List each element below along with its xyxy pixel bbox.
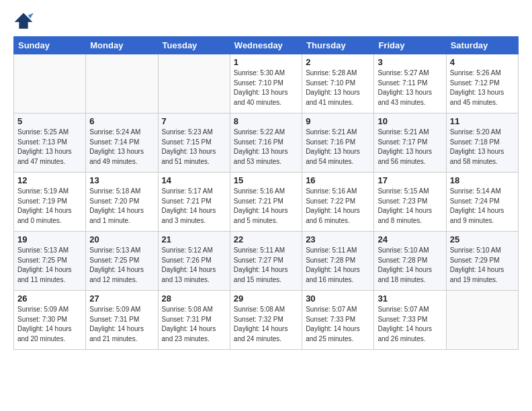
day-info: Sunrise: 5:24 AM Sunset: 7:14 PM Dayligh…	[89, 128, 154, 167]
calendar-cell: 10Sunrise: 5:21 AM Sunset: 7:17 PM Dayli…	[374, 113, 446, 173]
weekday-header-friday: Friday	[374, 37, 446, 54]
day-number: 4	[450, 57, 515, 67]
svg-marker-1	[28, 13, 34, 18]
calendar-cell: 20Sunrise: 5:13 AM Sunset: 7:25 PM Dayli…	[86, 232, 158, 291]
day-number: 30	[306, 293, 370, 304]
calendar-cell: 8Sunrise: 5:22 AM Sunset: 7:16 PM Daylig…	[230, 113, 302, 173]
day-number: 5	[17, 116, 82, 126]
day-info: Sunrise: 5:18 AM Sunset: 7:20 PM Dayligh…	[89, 187, 154, 226]
calendar-cell	[158, 54, 230, 113]
calendar-cell: 12Sunrise: 5:19 AM Sunset: 7:19 PM Dayli…	[14, 173, 86, 232]
day-info: Sunrise: 5:08 AM Sunset: 7:31 PM Dayligh…	[162, 305, 226, 344]
weekday-header-wednesday: Wednesday	[230, 37, 302, 54]
page: SundayMondayTuesdayWednesdayThursdayFrid…	[0, 0, 532, 361]
day-info: Sunrise: 5:09 AM Sunset: 7:31 PM Dayligh…	[89, 305, 154, 344]
day-number: 18	[450, 175, 515, 185]
calendar-cell: 21Sunrise: 5:12 AM Sunset: 7:26 PM Dayli…	[158, 232, 230, 291]
day-number: 16	[306, 175, 370, 185]
day-info: Sunrise: 5:20 AM Sunset: 7:18 PM Dayligh…	[450, 128, 515, 167]
calendar-cell: 31Sunrise: 5:07 AM Sunset: 7:33 PM Dayli…	[374, 291, 446, 350]
day-number: 2	[306, 57, 370, 67]
day-number: 1	[234, 57, 298, 67]
day-info: Sunrise: 5:10 AM Sunset: 7:29 PM Dayligh…	[450, 246, 515, 285]
day-info: Sunrise: 5:11 AM Sunset: 7:27 PM Dayligh…	[234, 246, 298, 285]
day-number: 3	[378, 57, 442, 67]
day-number: 31	[378, 293, 442, 304]
calendar-cell: 18Sunrise: 5:14 AM Sunset: 7:24 PM Dayli…	[446, 173, 518, 232]
day-info: Sunrise: 5:08 AM Sunset: 7:32 PM Dayligh…	[234, 305, 298, 344]
calendar-cell: 14Sunrise: 5:17 AM Sunset: 7:21 PM Dayli…	[158, 173, 230, 232]
weekday-header-row: SundayMondayTuesdayWednesdayThursdayFrid…	[14, 37, 519, 54]
weekday-header-tuesday: Tuesday	[158, 37, 230, 54]
calendar-cell: 6Sunrise: 5:24 AM Sunset: 7:14 PM Daylig…	[86, 113, 158, 173]
day-number: 28	[162, 293, 226, 304]
day-info: Sunrise: 5:26 AM Sunset: 7:12 PM Dayligh…	[450, 68, 515, 107]
logo	[13, 11, 36, 31]
day-info: Sunrise: 5:28 AM Sunset: 7:10 PM Dayligh…	[306, 68, 370, 107]
day-number: 21	[162, 234, 226, 244]
calendar-cell: 1Sunrise: 5:30 AM Sunset: 7:10 PM Daylig…	[230, 54, 302, 113]
day-number: 25	[450, 234, 515, 244]
calendar-cell: 30Sunrise: 5:07 AM Sunset: 7:33 PM Dayli…	[302, 291, 374, 350]
calendar-cell: 23Sunrise: 5:11 AM Sunset: 7:28 PM Dayli…	[302, 232, 374, 291]
day-number: 6	[89, 116, 154, 126]
day-info: Sunrise: 5:16 AM Sunset: 7:21 PM Dayligh…	[234, 187, 298, 226]
day-info: Sunrise: 5:15 AM Sunset: 7:23 PM Dayligh…	[378, 187, 442, 226]
day-info: Sunrise: 5:09 AM Sunset: 7:30 PM Dayligh…	[17, 305, 82, 344]
day-number: 26	[17, 293, 82, 304]
day-number: 12	[17, 175, 82, 185]
header	[13, 11, 519, 31]
calendar-cell: 22Sunrise: 5:11 AM Sunset: 7:27 PM Dayli…	[230, 232, 302, 291]
day-number: 8	[234, 116, 298, 126]
calendar-cell	[86, 54, 158, 113]
day-info: Sunrise: 5:12 AM Sunset: 7:26 PM Dayligh…	[162, 246, 226, 285]
calendar-cell: 5Sunrise: 5:25 AM Sunset: 7:13 PM Daylig…	[14, 113, 86, 173]
day-number: 27	[89, 293, 154, 304]
day-number: 19	[17, 234, 82, 244]
week-row-2: 5Sunrise: 5:25 AM Sunset: 7:13 PM Daylig…	[14, 113, 519, 173]
logo-icon	[13, 11, 34, 31]
day-info: Sunrise: 5:22 AM Sunset: 7:16 PM Dayligh…	[234, 128, 298, 167]
day-info: Sunrise: 5:16 AM Sunset: 7:22 PM Dayligh…	[306, 187, 370, 226]
calendar-cell: 13Sunrise: 5:18 AM Sunset: 7:20 PM Dayli…	[86, 173, 158, 232]
day-info: Sunrise: 5:07 AM Sunset: 7:33 PM Dayligh…	[378, 305, 442, 344]
day-info: Sunrise: 5:19 AM Sunset: 7:19 PM Dayligh…	[17, 187, 82, 226]
calendar-cell: 4Sunrise: 5:26 AM Sunset: 7:12 PM Daylig…	[446, 54, 518, 113]
day-info: Sunrise: 5:13 AM Sunset: 7:25 PM Dayligh…	[89, 246, 154, 285]
day-number: 17	[378, 175, 442, 185]
calendar-cell: 29Sunrise: 5:08 AM Sunset: 7:32 PM Dayli…	[230, 291, 302, 350]
day-info: Sunrise: 5:14 AM Sunset: 7:24 PM Dayligh…	[450, 187, 515, 226]
weekday-header-thursday: Thursday	[302, 37, 374, 54]
week-row-4: 19Sunrise: 5:13 AM Sunset: 7:25 PM Dayli…	[14, 232, 519, 291]
day-info: Sunrise: 5:13 AM Sunset: 7:25 PM Dayligh…	[17, 246, 82, 285]
calendar-cell: 11Sunrise: 5:20 AM Sunset: 7:18 PM Dayli…	[446, 113, 518, 173]
day-number: 9	[306, 116, 370, 126]
weekday-header-monday: Monday	[86, 37, 158, 54]
day-info: Sunrise: 5:27 AM Sunset: 7:11 PM Dayligh…	[378, 68, 442, 107]
day-number: 14	[162, 175, 226, 185]
day-info: Sunrise: 5:17 AM Sunset: 7:21 PM Dayligh…	[162, 187, 226, 226]
day-number: 15	[234, 175, 298, 185]
calendar-cell: 16Sunrise: 5:16 AM Sunset: 7:22 PM Dayli…	[302, 173, 374, 232]
week-row-3: 12Sunrise: 5:19 AM Sunset: 7:19 PM Dayli…	[14, 173, 519, 232]
day-info: Sunrise: 5:07 AM Sunset: 7:33 PM Dayligh…	[306, 305, 370, 344]
calendar-cell	[14, 54, 86, 113]
calendar: SundayMondayTuesdayWednesdayThursdayFrid…	[13, 36, 519, 350]
week-row-5: 26Sunrise: 5:09 AM Sunset: 7:30 PM Dayli…	[14, 291, 519, 350]
day-info: Sunrise: 5:25 AM Sunset: 7:13 PM Dayligh…	[17, 128, 82, 167]
weekday-header-sunday: Sunday	[14, 37, 86, 54]
calendar-cell: 9Sunrise: 5:21 AM Sunset: 7:16 PM Daylig…	[302, 113, 374, 173]
day-number: 20	[89, 234, 154, 244]
calendar-cell: 15Sunrise: 5:16 AM Sunset: 7:21 PM Dayli…	[230, 173, 302, 232]
day-info: Sunrise: 5:21 AM Sunset: 7:17 PM Dayligh…	[378, 128, 442, 167]
calendar-cell: 25Sunrise: 5:10 AM Sunset: 7:29 PM Dayli…	[446, 232, 518, 291]
calendar-cell: 28Sunrise: 5:08 AM Sunset: 7:31 PM Dayli…	[158, 291, 230, 350]
calendar-cell	[446, 291, 518, 350]
day-info: Sunrise: 5:10 AM Sunset: 7:28 PM Dayligh…	[378, 246, 442, 285]
weekday-header-saturday: Saturday	[446, 37, 518, 54]
calendar-cell: 24Sunrise: 5:10 AM Sunset: 7:28 PM Dayli…	[374, 232, 446, 291]
calendar-cell: 26Sunrise: 5:09 AM Sunset: 7:30 PM Dayli…	[14, 291, 86, 350]
day-number: 13	[89, 175, 154, 185]
week-row-1: 1Sunrise: 5:30 AM Sunset: 7:10 PM Daylig…	[14, 54, 519, 113]
calendar-cell: 17Sunrise: 5:15 AM Sunset: 7:23 PM Dayli…	[374, 173, 446, 232]
